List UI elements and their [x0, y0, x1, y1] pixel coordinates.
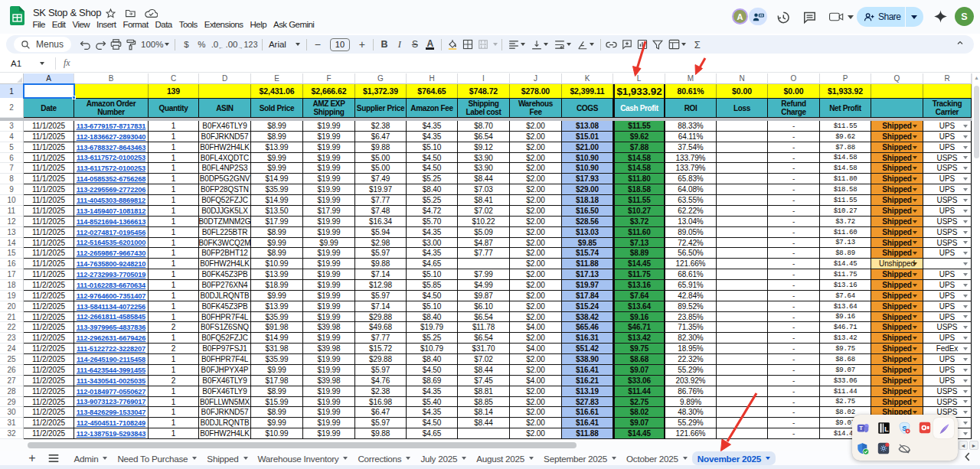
- cell-A20[interactable]: 11/2/2025: [24, 301, 74, 312]
- cell-L22[interactable]: $46.71: [613, 322, 665, 333]
- meet-video-icon[interactable]: [829, 9, 854, 24]
- cell-J28[interactable]: $2.00: [510, 386, 562, 397]
- cell-C15[interactable]: 1: [149, 248, 199, 259]
- row-header-21[interactable]: 21: [0, 312, 24, 322]
- sheet-tab-menu-icon[interactable]: [406, 457, 410, 460]
- cell-B29[interactable]: 113-9073123-7769017: [74, 397, 149, 407]
- cell-P15[interactable]: $8.89: [820, 248, 871, 259]
- cell-J9[interactable]: $2.00: [510, 184, 562, 195]
- cell-R25[interactable]: UPS: [923, 354, 972, 365]
- cell-O30[interactable]: -: [768, 407, 820, 418]
- column-title-K2[interactable]: COGS: [562, 98, 613, 118]
- cell-K29[interactable]: $27.83: [562, 397, 613, 407]
- cell-C24[interactable]: 2: [149, 344, 199, 354]
- cell-F10[interactable]: $19.99: [303, 195, 355, 206]
- undo-button[interactable]: [77, 36, 93, 53]
- carrier-dropdown-icon[interactable]: [963, 146, 968, 149]
- record-icon[interactable]: [918, 421, 932, 435]
- scroll-right-icon[interactable]: ►: [969, 441, 978, 450]
- cell-F16[interactable]: $19.99: [303, 259, 355, 269]
- row-header-23[interactable]: 23: [0, 333, 24, 344]
- cell-D20[interactable]: B0FK45Z3PB: [199, 301, 251, 312]
- carrier-dropdown-icon[interactable]: [963, 369, 968, 372]
- horizontal-align-icon[interactable]: [505, 36, 528, 53]
- cell-E9[interactable]: $35.99: [251, 184, 303, 195]
- cell-A16[interactable]: 11/1/2025: [24, 259, 74, 269]
- carrier-dropdown-icon[interactable]: [963, 273, 968, 276]
- sheet-tab-menu-icon[interactable]: [192, 457, 197, 460]
- cell-E14[interactable]: $9.99: [251, 238, 303, 248]
- cell-R29[interactable]: USPS: [923, 397, 972, 407]
- cell-D7[interactable]: B0FL4NP2S3: [199, 163, 251, 174]
- cell-E12[interactable]: $17.99: [251, 217, 303, 227]
- cell-O3[interactable]: -: [768, 121, 820, 132]
- cell-K9[interactable]: $29.00: [562, 184, 613, 195]
- column-title-Q2[interactable]: [871, 98, 923, 118]
- cell-R18[interactable]: UPS: [923, 280, 972, 291]
- cell-N26[interactable]: [717, 365, 768, 376]
- cell-C20[interactable]: 1: [149, 301, 199, 312]
- cell-H26[interactable]: $4.50: [407, 365, 458, 376]
- sheet-tab-october-2025[interactable]: October 2025: [622, 451, 693, 465]
- column-title-M2[interactable]: ROI: [665, 98, 717, 118]
- cell-K19[interactable]: $17.84: [562, 291, 613, 301]
- cell-J21[interactable]: $2.00: [510, 312, 562, 322]
- column-title-R2[interactable]: Tracking Carrier: [923, 98, 972, 118]
- cell-N11[interactable]: [717, 206, 768, 217]
- cell-B22[interactable]: 113-3979965-4837836: [74, 322, 149, 333]
- cell-J10[interactable]: $2.00: [510, 195, 562, 206]
- sheets-logo[interactable]: [10, 6, 24, 25]
- cell-C25[interactable]: 1: [149, 354, 199, 365]
- status-dropdown-icon[interactable]: [913, 400, 917, 403]
- cell-I24[interactable]: $31.70: [458, 344, 510, 354]
- cell-K25[interactable]: $38.90: [562, 354, 613, 365]
- cell-P9[interactable]: $18.58: [820, 184, 871, 195]
- cell-N18[interactable]: [717, 280, 768, 291]
- cell-R12[interactable]: USPS: [923, 217, 972, 227]
- cell-Q29[interactable]: Shipped: [871, 397, 923, 407]
- cell-P24[interactable]: $9.75: [820, 344, 871, 354]
- cell-F29[interactable]: $19.99: [303, 397, 355, 407]
- cell-F5[interactable]: $19.99: [303, 142, 355, 153]
- cell-F24[interactable]: $39.98: [303, 344, 355, 354]
- row-header-8[interactable]: 8: [0, 174, 24, 184]
- cell-M17[interactable]: 68.61%: [665, 269, 717, 280]
- status-dropdown-icon[interactable]: [913, 135, 917, 138]
- cell-N32[interactable]: [717, 428, 768, 439]
- column-header-F[interactable]: F: [303, 73, 355, 84]
- cell-A17[interactable]: 11/1/2025: [24, 269, 74, 280]
- cell-I5[interactable]: $9.12: [458, 142, 510, 153]
- cell-O12[interactable]: -: [768, 217, 820, 227]
- cell-C5[interactable]: 1: [149, 142, 199, 153]
- increase-font-size-button[interactable]: +: [354, 36, 370, 53]
- cell-P26[interactable]: $9.07: [820, 365, 871, 376]
- cell-L23[interactable]: $13.42: [613, 333, 665, 344]
- cell-A19[interactable]: 11/2/2025: [24, 291, 74, 301]
- cell-D4[interactable]: B0FJRKND57: [199, 132, 251, 142]
- cell-K17[interactable]: $17.13: [562, 269, 613, 280]
- cell-O15[interactable]: -: [768, 248, 820, 259]
- cell-N17[interactable]: [717, 269, 768, 280]
- cell-R3[interactable]: UPS: [923, 121, 972, 132]
- cell-Q13[interactable]: Shipped: [871, 227, 923, 238]
- menu-data[interactable]: Data: [152, 19, 175, 30]
- cell-D1[interactable]: [199, 84, 251, 98]
- cell-L14[interactable]: $7.13: [613, 238, 665, 248]
- cell-A6[interactable]: 11/1/2025: [24, 153, 74, 163]
- cell-B10[interactable]: 111-4045303-8869812: [74, 195, 149, 206]
- cell-G5[interactable]: $9.88: [355, 142, 407, 153]
- cell-A14[interactable]: 11/1/2025: [24, 238, 74, 248]
- text-color-button[interactable]: A: [423, 36, 438, 53]
- cell-G7[interactable]: $5.00: [355, 163, 407, 174]
- cell-H22[interactable]: $19.79: [407, 322, 458, 333]
- cell-O13[interactable]: -: [768, 227, 820, 238]
- cell-P29[interactable]: $2.75: [820, 397, 871, 407]
- cell-G1[interactable]: $1,372.39: [355, 84, 407, 98]
- sheet-tab-september-2025[interactable]: September 2025: [539, 451, 622, 465]
- cell-L19[interactable]: $7.64: [613, 291, 665, 301]
- cell-C1[interactable]: 139: [149, 84, 199, 98]
- name-box-caret[interactable]: [40, 62, 44, 65]
- carrier-dropdown-icon[interactable]: [963, 125, 968, 128]
- star-icon[interactable]: [105, 8, 116, 19]
- column-title-B2[interactable]: Amazon Order Number: [74, 98, 149, 118]
